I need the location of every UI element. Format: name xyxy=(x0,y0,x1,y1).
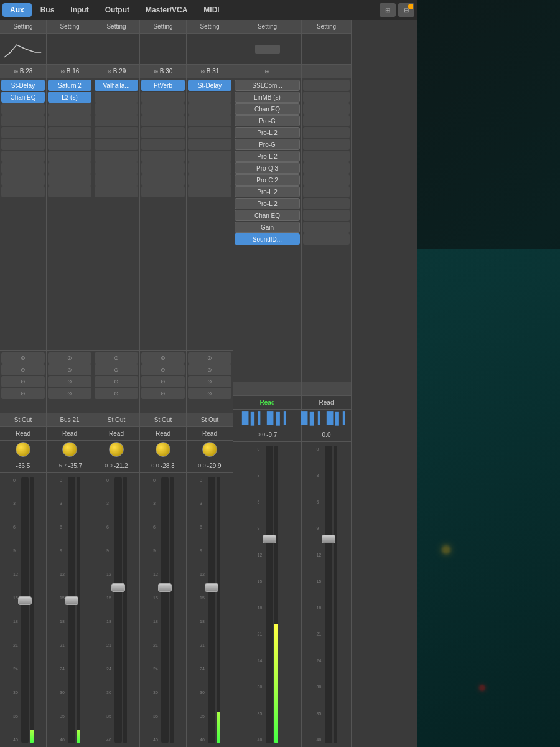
plugin-slot-2-1[interactable]: Saturn 2 xyxy=(48,80,91,91)
bus-row-7[interactable] xyxy=(302,65,351,78)
fader-handle-7[interactable] xyxy=(322,535,335,543)
fader-handle-2[interactable] xyxy=(65,596,78,605)
plugin-slot-6-14[interactable]: SoundID... xyxy=(235,233,300,245)
auto-row-1[interactable]: Read xyxy=(0,427,46,441)
output-row-6[interactable] xyxy=(233,382,301,396)
pan-knob-3[interactable] xyxy=(109,442,124,457)
bus-row-2[interactable]: ⊗ B 16 xyxy=(47,65,93,78)
plugin-slot-6-7[interactable]: Pro-L 2 xyxy=(235,151,300,162)
setting-label-7[interactable]: Setting xyxy=(302,20,351,34)
plugin-slot-1-1[interactable]: St-Delay xyxy=(1,80,45,91)
plugins-area-1: St-Delay Chan EQ ​ ​ ​ ​ ​ ​ ​ ​ xyxy=(0,78,46,351)
channel-strip-1: Setting ⊗ B 28 St-Delay Chan EQ ​ ​ ​ ​ … xyxy=(0,20,47,747)
output-row-4[interactable]: St Out xyxy=(140,413,186,427)
output-row-7[interactable] xyxy=(302,382,351,396)
pan-row-6: ▊▌▎▊▌▎ xyxy=(233,410,301,428)
fader-track-4[interactable] xyxy=(161,477,169,744)
pan-knob-5[interactable] xyxy=(202,442,217,457)
plugin-slot-7-4: ​ xyxy=(303,115,350,126)
vol-display-row-6: 0.0 -9.7 xyxy=(233,428,301,442)
auto-row-3[interactable]: Read xyxy=(93,427,139,441)
output-row-2[interactable]: Bus 21 xyxy=(47,413,93,427)
columns-icon[interactable]: ⊞ xyxy=(380,3,396,17)
fader-scale-4: 03691215182124303540 xyxy=(152,477,161,744)
fader-handle-3[interactable] xyxy=(111,583,125,592)
auto-row-7[interactable]: Read xyxy=(302,396,351,410)
plugin-slot-7-6: ​ xyxy=(303,139,350,150)
plugin-slot-6-9[interactable]: Pro-C 2 xyxy=(235,174,300,186)
tab-output[interactable]: Output xyxy=(98,3,137,17)
tab-input[interactable]: Input xyxy=(63,3,96,17)
fader-handle-4[interactable] xyxy=(158,583,172,592)
bus-row-3[interactable]: ⊗ B 29 xyxy=(93,65,139,78)
output-row-3[interactable]: St Out xyxy=(93,413,139,427)
plugin-slot-6-5[interactable]: Pro-L 2 xyxy=(235,127,300,138)
split-icon[interactable]: ⊟ xyxy=(398,3,414,17)
send-slot-4-1: ⊙ xyxy=(141,352,185,364)
bus-row-4[interactable]: ⊗ B 30 xyxy=(140,65,186,78)
bus-row-6[interactable]: ⊗ xyxy=(233,65,301,78)
plugin-slot-5-1[interactable]: St-Delay xyxy=(188,80,231,91)
fader-scale-1: 03691215182124303540 xyxy=(12,477,21,744)
fader-handle-5[interactable] xyxy=(205,583,218,592)
fader-handle-6[interactable] xyxy=(263,535,276,543)
link-icon-1: ⊗ xyxy=(14,68,19,75)
plugin-slot-6-2[interactable]: LinMB (s) xyxy=(235,92,300,103)
fader-handle-1[interactable] xyxy=(18,596,32,605)
pan-knob-4[interactable] xyxy=(156,442,170,457)
setting-label-1[interactable]: Setting xyxy=(0,20,46,34)
eq-area-4 xyxy=(140,34,186,65)
setting-label-2[interactable]: Setting xyxy=(47,20,93,34)
output-row-5[interactable]: St Out xyxy=(187,413,233,427)
fader-track-2[interactable] xyxy=(68,477,75,744)
auto-row-6[interactable]: Read xyxy=(233,396,301,410)
plugin-slot-7-8: ​ xyxy=(303,162,350,174)
fader-area-3: 03691215182124303540 xyxy=(93,473,139,748)
plugin-slot-5-2: ​ xyxy=(188,92,231,103)
bus-row-5[interactable]: ⊗ B 31 xyxy=(187,65,233,78)
auto-row-5[interactable]: Read xyxy=(187,427,233,441)
output-row-1[interactable]: St Out xyxy=(0,413,46,427)
plugin-slot-4-1[interactable]: PtVerb xyxy=(141,80,185,91)
plugin-slot-2-2[interactable]: L2 (s) xyxy=(48,92,91,103)
pan-knob-2[interactable] xyxy=(62,442,77,457)
meter-4 xyxy=(170,477,174,744)
plugin-slot-4-4: ​ xyxy=(141,115,185,126)
fader-track-5[interactable] xyxy=(208,477,215,744)
fader-track-7[interactable] xyxy=(325,446,332,744)
eq-area-2 xyxy=(47,34,93,65)
fader-track-1[interactable] xyxy=(21,477,29,744)
pan-knob-1[interactable] xyxy=(16,442,30,457)
tab-midi[interactable]: MIDI xyxy=(196,3,226,17)
fader-track-6[interactable] xyxy=(266,446,273,744)
plugin-slot-6-4[interactable]: Pro-G xyxy=(235,115,300,126)
waveform-icon-6: ▊▌▎▊▌▎ xyxy=(242,411,293,425)
plugin-slot-6-13[interactable]: Gain xyxy=(235,222,300,233)
plugin-slot-6-8[interactable]: Pro-Q 3 xyxy=(235,162,300,174)
plugin-slot-6-12[interactable]: Chan EQ xyxy=(235,210,300,221)
vol-main-1: -36.5 xyxy=(16,463,30,469)
eq-area-7 xyxy=(302,34,351,65)
plugin-slot-6-3[interactable]: Chan EQ xyxy=(235,103,300,115)
vol-main-3: -21.2 xyxy=(114,463,128,469)
bus-row-1[interactable]: ⊗ B 28 xyxy=(0,65,46,78)
setting-label-3[interactable]: Setting xyxy=(93,20,139,34)
fader-track-3[interactable] xyxy=(114,477,122,744)
auto-row-2[interactable]: Read xyxy=(47,427,93,441)
tab-mastervca[interactable]: Master/VCA xyxy=(138,3,195,17)
send-slot-2-1: ⊙ xyxy=(48,352,91,364)
plugin-slot-5-5: ​ xyxy=(188,127,231,138)
setting-label-5[interactable]: Setting xyxy=(187,20,233,34)
plugin-slot-6-10[interactable]: Pro-L 2 xyxy=(235,186,300,197)
plugin-slot-6-6[interactable]: Pro-G xyxy=(235,139,300,150)
plugin-slot-6-1[interactable]: SSLCom... xyxy=(235,80,300,91)
sends-area-4: ⊙ ⊙ ⊙ ⊙ xyxy=(140,351,186,413)
tab-bus[interactable]: Bus xyxy=(33,3,62,17)
plugin-slot-1-2[interactable]: Chan EQ xyxy=(1,92,45,103)
tab-aux[interactable]: Aux xyxy=(2,3,32,17)
setting-label-4[interactable]: Setting xyxy=(140,20,186,34)
plugin-slot-3-1[interactable]: Valhalla... xyxy=(95,80,138,91)
plugin-slot-6-11[interactable]: Pro-L 2 xyxy=(235,198,300,209)
auto-row-4[interactable]: Read xyxy=(140,427,186,441)
setting-label-6[interactable]: Setting xyxy=(233,20,301,34)
